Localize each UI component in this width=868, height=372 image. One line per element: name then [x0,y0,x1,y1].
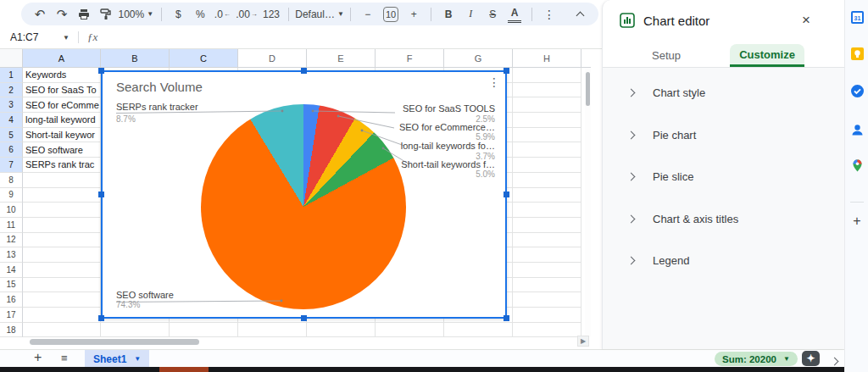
chart-object[interactable]: Search Volume ⋮ SERPs rank tracker [101,70,507,319]
cell-A14[interactable] [23,263,101,278]
cell-A17[interactable] [23,308,101,323]
row-header-17[interactable]: 17 [0,308,23,323]
explore-button[interactable]: ✦ [802,351,820,366]
row-header-14[interactable]: 14 [0,263,23,278]
get-add-ons-button[interactable]: + [849,214,865,229]
cell-H9[interactable] [513,188,581,203]
italic-button[interactable]: I [464,6,477,23]
row-header-8[interactable]: 8 [0,173,23,188]
cell-A12[interactable] [23,233,101,248]
section-pie-chart[interactable]: Pie chart [603,114,844,157]
decrease-decimal-button[interactable]: .0← [215,6,229,23]
paint-format-icon[interactable] [99,6,113,23]
bold-button[interactable]: B [442,6,455,23]
row-header-10[interactable]: 10 [0,203,23,218]
row-header-15[interactable]: 15 [0,278,23,293]
row-header-9[interactable]: 9 [0,188,23,203]
column-header-E[interactable]: E [307,49,376,68]
cell-F18[interactable] [376,323,444,337]
cell-H6[interactable] [513,142,581,158]
row-header-7[interactable]: 7 [0,158,23,173]
cell-G18[interactable] [444,323,513,337]
cell-A7[interactable]: SERPs rank trac [23,158,101,173]
section-chart-style[interactable]: Chart style [603,72,844,114]
redo-button[interactable]: ↷ [55,6,69,23]
cell-H4[interactable] [513,113,581,128]
cell-H11[interactable] [513,218,581,233]
strikethrough-button[interactable]: S [486,6,499,23]
tab-setup[interactable]: Setup [628,44,704,67]
select-all-corner[interactable] [0,49,23,68]
vertical-scrollbar-thumb[interactable] [586,72,590,106]
cell-D18[interactable] [238,323,307,337]
decrease-font-size-button[interactable]: − [361,6,375,23]
cell-A11[interactable] [23,218,101,233]
print-icon[interactable] [77,6,91,23]
calendar-icon[interactable]: 31 [849,9,865,25]
cell-A10[interactable] [23,203,101,218]
row-header-4[interactable]: 4 [0,113,23,128]
contacts-icon[interactable] [849,122,865,137]
cell-A3[interactable]: SEO for eComme [23,97,101,113]
cell-H16[interactable] [513,292,581,308]
column-header-B[interactable]: B [101,49,170,68]
row-header-3[interactable]: 3 [0,97,23,113]
horizontal-scrollbar-thumb[interactable] [30,339,199,345]
section-pie-slice[interactable]: Pie slice [603,156,844,198]
cell-A13[interactable] [23,247,101,263]
sum-badge[interactable]: Sum: 20200 ▼ [715,352,798,366]
format-percent-button[interactable]: % [193,6,207,23]
row-header-11[interactable]: 11 [0,218,23,233]
cell-A9[interactable] [23,188,101,203]
cell-H10[interactable] [513,203,581,218]
add-sheet-button[interactable]: + [34,350,42,365]
row-header-2[interactable]: 2 [0,83,23,98]
cell-H2[interactable] [513,83,581,98]
section-legend[interactable]: Legend [603,240,844,282]
column-header-H[interactable]: H [513,49,581,68]
collapse-menus-button[interactable] [573,6,587,23]
font-select[interactable]: Defaul…▼ [299,6,340,23]
cell-H17[interactable] [513,308,581,323]
cell-B18[interactable] [101,323,170,337]
column-header-A[interactable]: A [23,49,101,68]
row-header-16[interactable]: 16 [0,292,23,308]
cell-A16[interactable] [23,292,101,308]
row-header-13[interactable]: 13 [0,247,23,263]
more-formats-button[interactable]: 123 [264,6,279,23]
tab-customize[interactable]: Customize [730,44,804,67]
cell-H1[interactable] [513,68,581,83]
format-currency-button[interactable]: $ [171,6,185,23]
column-header-G[interactable]: G [444,49,513,68]
maps-icon[interactable] [849,158,865,173]
keep-icon[interactable] [849,46,865,61]
column-header-C[interactable]: C [170,49,238,68]
cell-E18[interactable] [307,323,376,337]
vertical-scrollbar[interactable] [585,68,591,337]
text-color-button[interactable]: A [508,6,521,23]
row-header-5[interactable]: 5 [0,128,23,143]
row-header-18[interactable]: 18 [0,323,23,337]
cell-C18[interactable] [170,323,238,337]
row-header-12[interactable]: 12 [0,233,23,248]
increase-decimal-button[interactable]: .00→ [237,6,255,23]
cell-H13[interactable] [513,247,581,263]
sheet-tab[interactable]: Sheet1 ▼ [85,350,149,368]
status-chevron-right-icon[interactable] [832,355,837,367]
cell-H3[interactable] [513,97,581,113]
column-header-D[interactable]: D [238,49,307,68]
row-header-6[interactable]: 6 [0,142,23,158]
section-chart-axis-titles[interactable]: Chart & axis titles [603,198,844,241]
undo-button[interactable]: ↶ [33,6,47,23]
cell-H8[interactable] [513,173,581,188]
cell-A18[interactable] [23,323,101,337]
cell-A15[interactable] [23,278,101,293]
cell-H14[interactable] [513,263,581,278]
name-box[interactable]: A1:C7 ▼ [10,31,70,43]
cell-A4[interactable]: long-tail keyword [23,113,101,128]
close-icon[interactable]: × [802,12,810,29]
cell-A5[interactable]: Short-tail keywor [23,128,101,143]
scroll-right-button[interactable]: ▶ [577,336,589,347]
cell-H18[interactable] [513,323,581,337]
increase-font-size-button[interactable]: + [407,6,420,23]
